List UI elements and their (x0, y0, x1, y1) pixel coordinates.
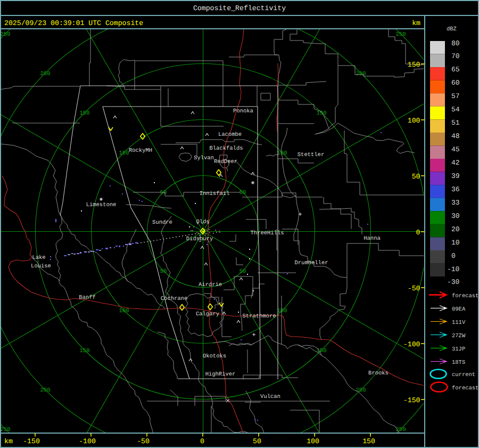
svg-text:150: 150 (317, 110, 327, 117)
svg-text:0: 0 (200, 437, 204, 445)
svg-text:Strathmore: Strathmore (242, 313, 276, 320)
svg-text:20: 20 (451, 225, 460, 233)
svg-text:100: 100 (408, 117, 420, 125)
svg-text:31JP: 31JP (452, 346, 465, 353)
svg-text:Cochrane: Cochrane (161, 296, 187, 302)
svg-text:80: 80 (451, 39, 460, 47)
svg-text:60: 60 (451, 79, 460, 87)
svg-text:200: 200 (40, 387, 51, 394)
svg-text:100: 100 (119, 150, 129, 157)
svg-text:42: 42 (451, 159, 460, 167)
svg-text:Hanna: Hanna (364, 235, 381, 242)
svg-text:10: 10 (451, 239, 460, 247)
svg-text:18TS: 18TS (452, 360, 465, 366)
svg-text:Blackfalds: Blackfalds (209, 145, 243, 152)
svg-text:forecast: forecast (452, 293, 478, 299)
svg-text:50: 50 (240, 268, 246, 275)
svg-text:-150: -150 (403, 396, 420, 404)
svg-text:forecast: forecast (452, 385, 478, 392)
svg-text:-30: -30 (447, 278, 459, 286)
svg-text:27ZW: 27ZW (452, 333, 466, 339)
svg-text:0: 0 (416, 229, 420, 237)
svg-text:100: 100 (277, 308, 287, 314)
svg-text:ThreeHills: ThreeHills (250, 230, 284, 237)
svg-text:Brooks: Brooks (368, 370, 389, 377)
svg-text:-50: -50 (408, 284, 420, 292)
svg-text:km: km (412, 19, 420, 27)
svg-text:50: 50 (412, 173, 420, 181)
svg-text:Innisfail: Innisfail (200, 191, 230, 197)
svg-text:100: 100 (119, 308, 129, 314)
svg-text:Sylvan: Sylvan (194, 155, 214, 161)
svg-text:30: 30 (451, 212, 460, 220)
svg-text:50: 50 (240, 190, 246, 196)
svg-text:RockyMH: RockyMH (129, 148, 152, 154)
svg-text:54: 54 (451, 105, 460, 113)
svg-text:250: 250 (1, 427, 11, 433)
svg-text:Composite_Reflectivity: Composite_Reflectivity (193, 4, 286, 12)
svg-text:70: 70 (451, 52, 460, 60)
svg-text:-50: -50 (137, 437, 150, 445)
svg-text:50: 50 (160, 190, 167, 196)
svg-text:39: 39 (451, 172, 460, 180)
svg-text:Ponoka: Ponoka (233, 108, 253, 115)
svg-text:57: 57 (451, 92, 460, 100)
svg-text:100: 100 (307, 437, 319, 445)
svg-text:Louise: Louise (31, 263, 51, 270)
svg-text:Olds: Olds (196, 219, 209, 225)
svg-text:50: 50 (160, 268, 167, 275)
svg-text:250: 250 (396, 31, 406, 38)
svg-text:HighRiver: HighRiver (205, 371, 236, 378)
svg-text:-100: -100 (79, 437, 96, 445)
svg-text:current: current (452, 372, 475, 378)
svg-text:51: 51 (451, 119, 460, 127)
svg-text:45: 45 (451, 145, 460, 153)
svg-text:Limestone: Limestone (86, 202, 117, 208)
svg-text:150: 150 (408, 61, 420, 69)
svg-text:150: 150 (362, 437, 375, 445)
svg-text:200: 200 (40, 71, 51, 77)
svg-text:200: 200 (356, 387, 366, 394)
svg-text:-100: -100 (403, 340, 420, 348)
svg-text:km: km (4, 437, 13, 445)
svg-text:Banff: Banff (79, 295, 96, 301)
svg-text:250: 250 (1, 31, 11, 38)
svg-text:150: 150 (80, 110, 90, 117)
svg-text:36: 36 (451, 185, 460, 193)
svg-text:Sundre: Sundre (152, 219, 172, 226)
svg-text:Lacombe: Lacombe (218, 132, 242, 138)
svg-text:2025/09/23 00:39:01 UTC Compos: 2025/09/23 00:39:01 UTC Composite (4, 19, 143, 27)
svg-text:Okotoks: Okotoks (203, 353, 226, 360)
svg-text:Drumheller: Drumheller (294, 260, 328, 266)
svg-text:Vulcan: Vulcan (260, 394, 280, 400)
svg-text:-150: -150 (23, 437, 40, 445)
svg-text:50: 50 (253, 437, 261, 445)
svg-text:111V: 111V (452, 320, 466, 326)
svg-text:150: 150 (80, 348, 90, 354)
svg-text:65: 65 (451, 66, 460, 74)
svg-text:33: 33 (451, 199, 460, 207)
svg-text:09EA: 09EA (452, 306, 466, 313)
svg-text:Didsbury: Didsbury (186, 236, 213, 242)
svg-text:dBZ: dBZ (447, 26, 457, 32)
svg-text:48: 48 (451, 132, 460, 140)
svg-text:Airdrie: Airdrie (199, 282, 222, 288)
svg-text:Lake: Lake (32, 255, 45, 261)
svg-text:Stettler: Stettler (298, 152, 324, 158)
svg-text:RedDeer: RedDeer (214, 159, 237, 165)
svg-text:Calgary: Calgary (196, 311, 219, 317)
svg-text:0: 0 (451, 252, 456, 260)
svg-text:-10: -10 (447, 265, 459, 273)
